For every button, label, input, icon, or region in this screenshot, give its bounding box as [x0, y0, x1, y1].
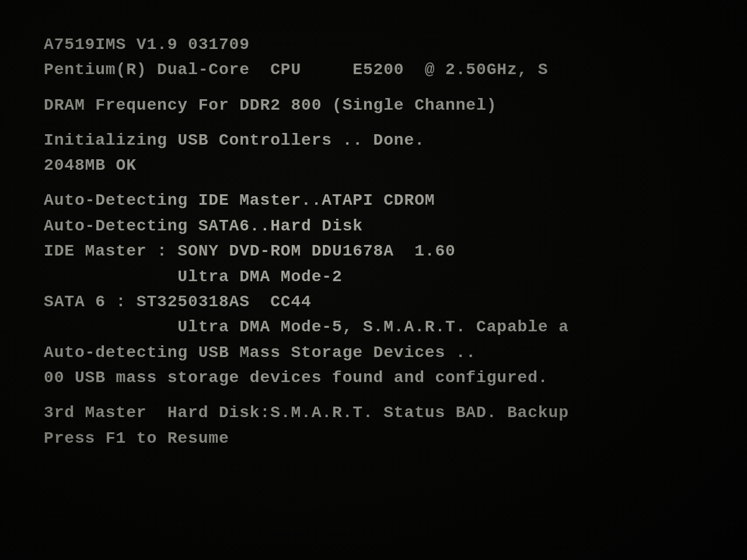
usb-storage: Auto-detecting USB Mass Storage Devices … — [44, 340, 712, 365]
sata-detect: Auto-Detecting SATA6..Hard Disk — [44, 214, 712, 239]
sata-dma: Ultra DMA Mode-5, S.M.A.R.T. Capable a — [44, 314, 712, 340]
bios-version: A7519IMS V1.9 031709 — [44, 32, 712, 57]
spacer-line — [44, 118, 712, 128]
usb-found: 00 USB mass storage devices found and co… — [44, 365, 712, 390]
press-f1: Press F1 to Resume — [44, 426, 712, 451]
dram-freq: DRAM Frequency For DDR2 800 (Single Chan… — [44, 93, 712, 118]
ram-ok: 2048MB OK — [44, 153, 712, 178]
spacer-line — [44, 83, 712, 93]
smart-bad: 3rd Master Hard Disk:S.M.A.R.T. Status B… — [44, 400, 712, 425]
ide-dma: Ultra DMA Mode-2 — [44, 264, 712, 289]
spacer-line — [44, 390, 712, 400]
ide-detect: Auto-Detecting IDE Master..ATAPI CDROM — [44, 188, 712, 213]
cpu-info: Pentium(R) Dual-Core CPU E5200 @ 2.50GHz… — [44, 57, 712, 82]
bios-screen: A7519IMS V1.9 031709Pentium(R) Dual-Core… — [0, 0, 747, 560]
sata6: SATA 6 : ST3250318AS CC44 — [44, 289, 712, 314]
usb-init: Initializing USB Controllers .. Done. — [44, 128, 712, 153]
spacer-line — [44, 178, 712, 188]
ide-master: IDE Master : SONY DVD-ROM DDU1678A 1.60 — [44, 239, 712, 264]
